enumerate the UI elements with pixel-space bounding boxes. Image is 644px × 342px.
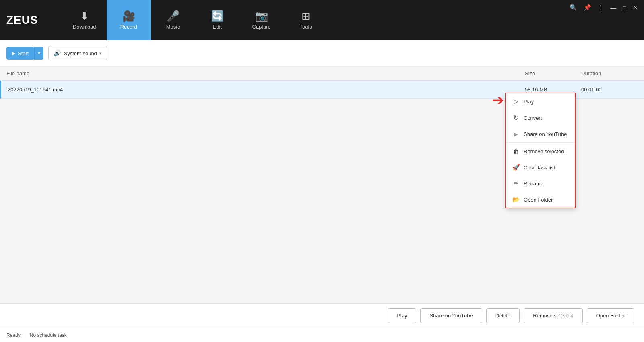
- ctx-rename-icon: ✏: [512, 180, 520, 187]
- bottom-remove-selected-button[interactable]: Remove selected: [524, 308, 582, 323]
- status-ready: Ready: [6, 332, 21, 338]
- tools-icon: ⊞: [301, 11, 310, 21]
- nav-item-download-label: Download: [73, 24, 96, 30]
- nav-item-capture-label: Capture: [252, 24, 271, 30]
- ctx-clear-icon: 🚀: [512, 164, 520, 171]
- ctx-open-folder[interactable]: 📂 Open Folder: [506, 192, 575, 208]
- start-label: Start: [18, 50, 29, 56]
- file-duration: 00:01:00: [581, 87, 638, 93]
- nav-items: ⬇ Download 🎥 Record 🎤 Music 🔄 Edit 📷 Cap…: [62, 0, 328, 40]
- ctx-play[interactable]: ▷ Play: [506, 93, 575, 109]
- ctx-rename-label: Rename: [524, 181, 543, 187]
- ctx-open-folder-icon: 📂: [512, 196, 520, 203]
- status-bar: Ready | No schedule task: [0, 328, 644, 342]
- sound-dropdown-icon: ▾: [99, 51, 102, 56]
- bottom-play-button[interactable]: Play: [388, 308, 416, 323]
- music-icon: 🎤: [167, 11, 180, 21]
- ctx-remove-icon: 🗑: [512, 148, 520, 155]
- minimize-button[interactable]: —: [608, 4, 618, 12]
- maximize-button[interactable]: □: [621, 4, 628, 12]
- pin-icon[interactable]: 📌: [582, 3, 593, 12]
- toolbar: ▶ Start ▾ 🔊 System sound ▾: [0, 40, 644, 66]
- file-size: 58.16 MB: [525, 87, 581, 93]
- ctx-open-folder-label: Open Folder: [524, 197, 553, 203]
- ctx-clear-task-list[interactable]: 🚀 Clear task list: [506, 159, 575, 175]
- bottom-bar: Play Share on YouTube Delete Remove sele…: [0, 303, 644, 328]
- ctx-share-youtube[interactable]: ▶ Share on YouTube: [506, 127, 575, 142]
- nav-item-download[interactable]: ⬇ Download: [62, 0, 107, 40]
- nav-item-music[interactable]: 🎤 Music: [151, 0, 195, 40]
- edit-icon: 🔄: [211, 11, 224, 21]
- ctx-divider-1: [506, 142, 575, 143]
- nav-item-tools-label: Tools: [300, 24, 312, 30]
- navbar: ZEUS ⬇ Download 🎥 Record 🎤 Music 🔄 Edit …: [0, 0, 644, 40]
- ctx-share-youtube-icon: ▶: [512, 131, 520, 137]
- nav-item-tools[interactable]: ⊞ Tools: [284, 0, 328, 40]
- download-icon: ⬇: [80, 11, 89, 21]
- start-button-group: ▶ Start ▾: [6, 47, 43, 60]
- col-header-name: File name: [6, 70, 525, 76]
- sound-label: System sound: [64, 50, 97, 56]
- file-name: 20220519_101641.mp4: [8, 87, 525, 93]
- close-button[interactable]: ✕: [631, 3, 640, 12]
- arrow-indicator: ➔: [492, 92, 504, 109]
- nav-item-capture[interactable]: 📷 Capture: [239, 0, 284, 40]
- menu-icon[interactable]: ⋮: [596, 3, 606, 12]
- sound-icon: 🔊: [54, 49, 61, 57]
- nav-item-edit[interactable]: 🔄 Edit: [195, 0, 239, 40]
- ctx-remove-selected[interactable]: 🗑 Remove selected: [506, 144, 575, 159]
- context-menu: ▷ Play ↻ Convert ▶ Share on YouTube 🗑 Re…: [505, 93, 576, 208]
- bottom-delete-button[interactable]: Delete: [486, 308, 520, 323]
- start-dropdown-button[interactable]: ▾: [34, 47, 43, 60]
- bottom-share-youtube-button[interactable]: Share on YouTube: [420, 308, 482, 323]
- search-icon[interactable]: 🔍: [568, 3, 579, 12]
- ctx-remove-label: Remove selected: [524, 148, 564, 155]
- ctx-play-label: Play: [524, 99, 534, 105]
- nav-item-record-label: Record: [120, 24, 137, 30]
- nav-item-edit-label: Edit: [213, 24, 221, 30]
- bottom-open-folder-button[interactable]: Open Folder: [587, 308, 634, 323]
- ctx-convert[interactable]: ↻ Convert: [506, 109, 575, 127]
- window-controls: 🔍 📌 ⋮ — □ ✕: [568, 3, 640, 12]
- nav-item-music-label: Music: [166, 24, 180, 30]
- status-separator: |: [25, 332, 26, 338]
- start-play-icon: ▶: [12, 51, 15, 56]
- record-icon: 🎥: [122, 11, 135, 21]
- col-header-size: Size: [525, 70, 581, 76]
- start-button[interactable]: ▶ Start: [6, 47, 34, 60]
- capture-icon: 📷: [255, 11, 268, 21]
- nav-item-record[interactable]: 🎥 Record: [107, 0, 151, 40]
- app-logo: ZEUS: [6, 14, 38, 27]
- ctx-convert-icon: ↻: [512, 114, 520, 122]
- col-header-duration: Duration: [581, 70, 638, 76]
- ctx-convert-label: Convert: [524, 115, 542, 121]
- ctx-rename[interactable]: ✏ Rename: [506, 175, 575, 192]
- sound-button[interactable]: 🔊 System sound ▾: [48, 46, 107, 60]
- ctx-play-icon: ▷: [512, 98, 520, 105]
- ctx-clear-label: Clear task list: [524, 165, 555, 171]
- file-list-header: File name Size Duration: [0, 66, 644, 81]
- ctx-share-youtube-label: Share on YouTube: [524, 131, 567, 137]
- status-no-schedule: No schedule task: [30, 332, 67, 338]
